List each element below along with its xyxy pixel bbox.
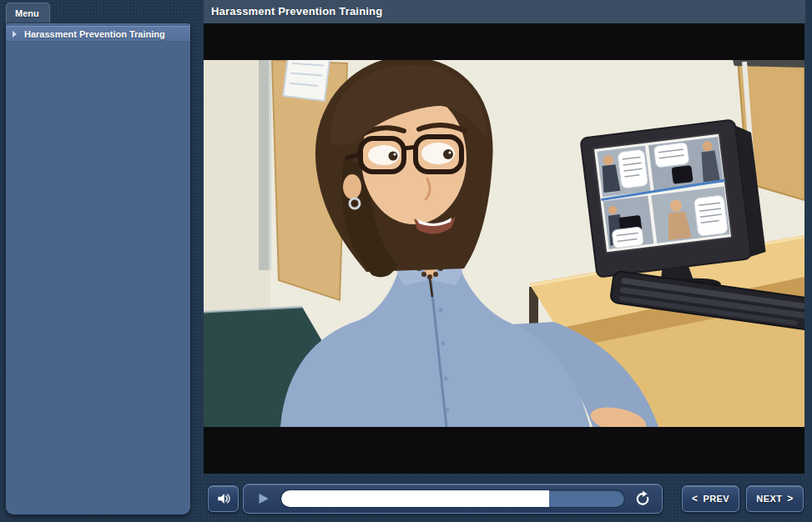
prev-button-label: PREV (703, 494, 729, 504)
speaker-icon (215, 491, 232, 506)
chevron-left-icon: < (692, 493, 698, 504)
chevron-right-icon: > (787, 493, 793, 504)
seekbar-played (281, 490, 549, 507)
sidebar-item-label: Harassment Prevention Training (24, 29, 165, 39)
seekbar[interactable] (281, 490, 624, 507)
menu-tab[interactable]: Menu (6, 3, 50, 23)
play-icon (255, 491, 270, 506)
sidebar-panel: Harassment Prevention Training (6, 23, 190, 514)
volume-button[interactable] (208, 485, 239, 512)
play-button[interactable] (252, 488, 274, 509)
wall-trim (259, 60, 269, 270)
replay-button[interactable] (632, 488, 653, 509)
next-button[interactable]: NEXT > (746, 485, 804, 512)
page-title: Harassment Prevention Training (204, 0, 805, 23)
next-button-label: NEXT (756, 494, 782, 504)
replay-icon (634, 490, 651, 507)
video-stage (204, 23, 804, 474)
playback-controlbar (243, 484, 663, 514)
triangle-right-icon (13, 31, 17, 38)
sidebar-item-harassment-prevention-training[interactable]: Harassment Prevention Training (6, 26, 190, 42)
prev-button[interactable]: < PREV (682, 485, 739, 512)
video-scene[interactable] (204, 60, 804, 427)
